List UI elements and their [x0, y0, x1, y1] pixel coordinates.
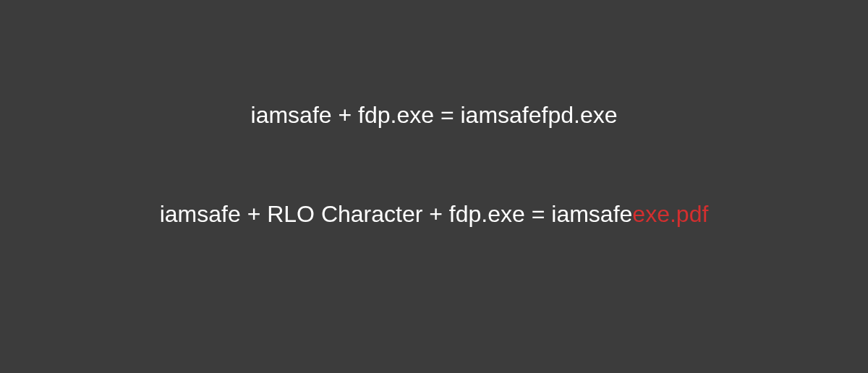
equation-line-2: iamsafe + RLO Character + fdp.exe = iams… [160, 201, 709, 228]
equation-line-1: iamsafe + fdp.exe = iamsafefpd.exe [251, 102, 618, 129]
equation-2-prefix: iamsafe + RLO Character + fdp.exe = iams… [160, 201, 633, 227]
equation-2-highlight: exe.pdf [632, 201, 708, 227]
equation-1-text: iamsafe + fdp.exe = iamsafefpd.exe [251, 102, 618, 128]
